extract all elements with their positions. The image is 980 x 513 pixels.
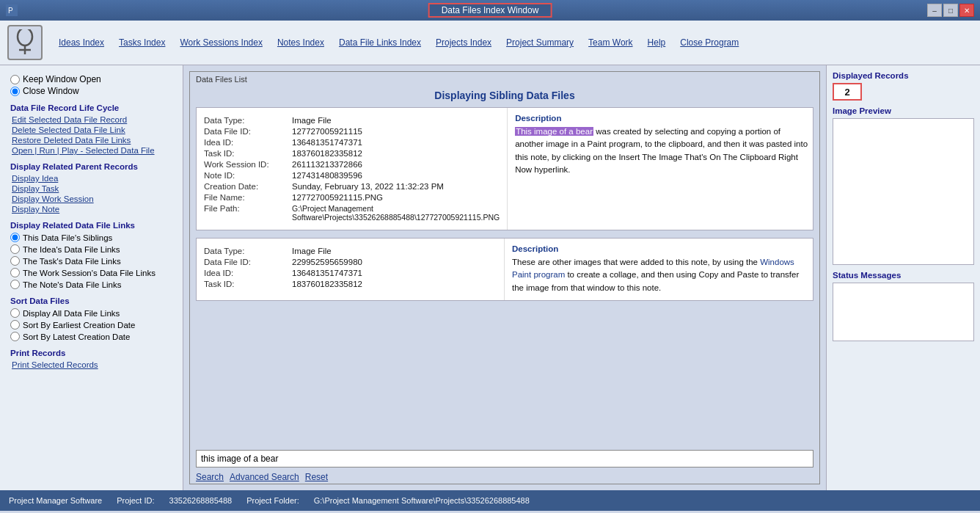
menu-project-summary[interactable]: Project Summary (500, 34, 579, 51)
menu-projects-index[interactable]: Projects Index (430, 34, 497, 51)
main-layout: Keep Window Open Close Window Data File … (0, 65, 980, 490)
panel-title: Data Files List (190, 72, 819, 87)
display-idea-link[interactable]: Display Idea (10, 174, 172, 183)
print-records-title: Print Records (10, 349, 172, 357)
data-files-list-panel: Data Files List Displaying Sibling Data … (189, 71, 820, 484)
svg-point-2 (18, 29, 32, 46)
display-related-title: Display Related Parent Records (10, 162, 172, 171)
close-window-radio[interactable]: Close Window (10, 86, 172, 96)
field-file-path-1: File Path: G:\Project Management Softwar… (204, 204, 500, 222)
window-title: Data Files Index Window (428, 3, 552, 18)
lifecycle-section-title: Data File Record Life Cycle (10, 103, 172, 112)
displayed-records-title: Displayed Records (833, 71, 974, 80)
logo-icon (12, 29, 38, 56)
field-idea-id-1: Idea ID: 136481351747371 (204, 138, 500, 147)
field-creation-date-1: Creation Date: Sunday, February 13, 2022… (204, 182, 500, 191)
field-idea-id-2: Idea ID: 136481351747371 (204, 269, 497, 277)
status-messages-box (833, 283, 974, 341)
field-data-file-id-2: Data File ID: 229952595659980 (204, 258, 497, 266)
record-description-1: Description This image of a bear was cre… (508, 108, 816, 230)
title-bar: P Data Files Index Window – □ ✕ (0, 0, 980, 21)
window-mode-group: Keep Window Open Close Window (10, 74, 172, 96)
record-card-1[interactable]: Data Type: Image File Data File ID: 1277… (196, 107, 813, 230)
radio-task-links[interactable]: The Task's Data File Links (10, 256, 172, 266)
title-bar-left: P (6, 4, 18, 16)
app-name: Project Manager Software (9, 496, 102, 505)
field-data-type-2: Data Type: Image File (204, 247, 497, 255)
sort-data-files-title: Sort Data Files (10, 296, 172, 305)
field-file-name-1: File Name: 127727005921115.PNG (204, 193, 500, 202)
minimize-button[interactable]: – (927, 4, 942, 17)
content-area: Data Files List Displaying Sibling Data … (183, 65, 826, 490)
open-run-play-link[interactable]: Open | Run | Play - Selected Data File (10, 146, 172, 155)
description-text-1: This image of a bear was created by sele… (515, 125, 808, 176)
highlight-text-1: This image of a bear (515, 127, 593, 136)
keep-window-open-radio[interactable]: Keep Window Open (10, 74, 172, 84)
record-description-2: Description These are other images that … (505, 239, 813, 300)
close-button[interactable]: ✕ (959, 4, 974, 17)
field-task-id-2: Task ID: 183760182335812 (204, 280, 497, 288)
field-task-id-1: Task ID: 183760182335812 (204, 149, 500, 158)
maximize-button[interactable]: □ (943, 4, 958, 17)
app-logo (7, 25, 43, 60)
description-text-2: These are other images that were added t… (512, 256, 805, 294)
displayed-records-count: 2 (833, 83, 862, 101)
app-icon: P (6, 4, 18, 16)
menu-tasks-index[interactable]: Tasks Index (113, 34, 171, 51)
image-preview-section: Image Preview (833, 106, 974, 265)
field-data-type-1: Data Type: Image File (204, 116, 500, 125)
image-preview-title: Image Preview (833, 106, 974, 115)
menu-help[interactable]: Help (642, 34, 672, 51)
right-panel: Displayed Records 2 Image Preview Status… (826, 65, 980, 490)
panel-heading: Displaying Sibling Data Files (190, 87, 819, 107)
menu-team-work[interactable]: Team Work (582, 34, 638, 51)
radio-sort-earliest[interactable]: Sort By Earliest Creation Date (10, 320, 172, 330)
radio-sort-latest[interactable]: Sort By Latest Creation Date (10, 332, 172, 341)
radio-display-all[interactable]: Display All Data File Links (10, 308, 172, 318)
project-folder-value: G:\Project Management Software\Projects\… (314, 496, 530, 505)
project-id-value: 33526268885488 (169, 496, 233, 505)
radio-idea-links[interactable]: The Idea's Data File Links (10, 244, 172, 254)
menu-work-sessions-index[interactable]: Work Sessions Index (174, 34, 268, 51)
advanced-search-link[interactable]: Advanced Search (230, 472, 299, 482)
menu-data-file-links-index[interactable]: Data File Links Index (333, 34, 427, 51)
display-related-links-title: Display Related Data File Links (10, 221, 172, 230)
menu-notes-index[interactable]: Notes Index (271, 34, 330, 51)
search-bar (190, 447, 819, 470)
records-scroll[interactable]: Data Type: Image File Data File ID: 1277… (190, 107, 819, 447)
restore-deleted-link[interactable]: Restore Deleted Data File Links (10, 136, 172, 145)
search-link[interactable]: Search (196, 472, 224, 482)
project-folder-label: Project Folder: (246, 496, 299, 505)
status-messages-title: Status Messages (833, 271, 974, 280)
project-id-label: Project ID: (117, 496, 154, 505)
sidebar: Keep Window Open Close Window Data File … (0, 65, 183, 490)
display-task-link[interactable]: Display Task (10, 184, 172, 193)
reset-link[interactable]: Reset (305, 472, 328, 482)
record-fields-2: Data Type: Image File Data File ID: 2299… (197, 239, 505, 300)
field-note-id-1: Note ID: 127431480839596 (204, 171, 500, 180)
status-messages-section: Status Messages (833, 271, 974, 341)
field-data-file-id-1: Data File ID: 127727005921115 (204, 127, 500, 136)
field-work-session-id-1: Work Session ID: 261113213372866 (204, 160, 500, 169)
search-input[interactable] (196, 450, 813, 467)
record-fields-1: Data Type: Image File Data File ID: 1277… (197, 108, 508, 230)
svg-text:P: P (8, 7, 13, 15)
radio-note-links[interactable]: The Note's Data File Links (10, 280, 172, 289)
status-bar: Project Manager Software Project ID: 335… (0, 490, 980, 511)
image-preview-box (833, 118, 974, 265)
delete-selected-link[interactable]: Delete Selected Data File Link (10, 125, 172, 134)
record-card-2[interactable]: Data Type: Image File Data File ID: 2299… (196, 238, 813, 301)
edit-selected-link[interactable]: Edit Selected Data File Record (10, 115, 172, 124)
radio-work-session-links[interactable]: The Work Session's Data File Links (10, 268, 172, 277)
radio-siblings[interactable]: This Data File's Siblings (10, 233, 172, 242)
display-note-link[interactable]: Display Note (10, 205, 172, 214)
display-work-session-link[interactable]: Display Work Session (10, 194, 172, 203)
print-selected-link[interactable]: Print Selected Records (10, 360, 172, 369)
displayed-records-section: Displayed Records 2 (833, 71, 974, 101)
menu-close-program[interactable]: Close Program (674, 34, 745, 51)
title-bar-controls: – □ ✕ (927, 4, 974, 17)
menu-ideas-index[interactable]: Ideas Index (53, 34, 110, 51)
search-actions: Search Advanced Search Reset (190, 470, 819, 484)
menu-bar: Ideas Index Tasks Index Work Sessions In… (0, 21, 980, 65)
